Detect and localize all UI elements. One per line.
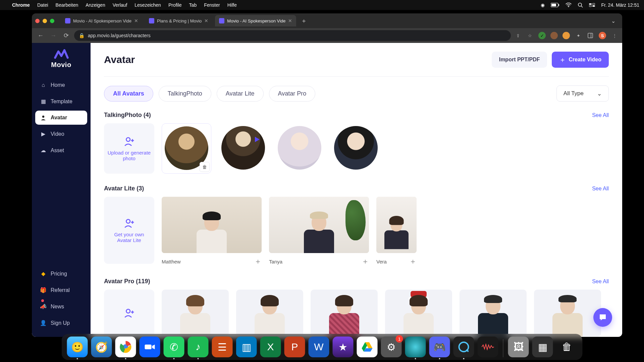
- dock-finder[interactable]: 🙂: [67, 337, 88, 357]
- browser-tab-1[interactable]: Movio - AI Spokesperson Vide ✕: [61, 15, 142, 26]
- dock-recent-2[interactable]: ▦: [532, 337, 553, 357]
- sidebar-item-referral[interactable]: 🎁 Referral: [35, 283, 87, 297]
- get-avatar-lite-card[interactable]: Get your own Avatar Lite: [104, 197, 154, 264]
- filter-pill-all-avatars[interactable]: All Avatars: [104, 86, 153, 102]
- tab-close-icon[interactable]: ✕: [134, 18, 138, 23]
- see-all-link[interactable]: See All: [592, 279, 609, 285]
- filter-pill-avatar-pro[interactable]: Avatar Pro: [269, 86, 316, 102]
- delete-button[interactable]: 🗑: [200, 162, 210, 172]
- add-button[interactable]: ＋: [254, 256, 262, 266]
- create-video-button[interactable]: ＋Create Video: [552, 52, 609, 68]
- dock-powerpoint[interactable]: P: [284, 337, 305, 357]
- dock-chrome[interactable]: [115, 337, 136, 357]
- mac-menu-view[interactable]: Anzeigen: [86, 2, 105, 8]
- mac-menu-tab[interactable]: Tab: [189, 2, 197, 8]
- add-button[interactable]: ＋: [409, 256, 417, 266]
- mac-menu-help[interactable]: Hilfe: [227, 2, 237, 8]
- avatar-pro-card[interactable]: [311, 290, 378, 337]
- dock-imovie[interactable]: ★: [333, 337, 354, 357]
- battery-icon[interactable]: [551, 3, 559, 7]
- control-center-icon[interactable]: [589, 3, 595, 7]
- avatar-pro-card[interactable]: [236, 290, 303, 337]
- sidebar-item-news[interactable]: 📣 News: [35, 299, 87, 314]
- mac-menu-bookmarks[interactable]: Lesezeichen: [135, 2, 161, 8]
- dock-app-generic-1[interactable]: [405, 337, 426, 357]
- reload-button[interactable]: ⟳: [61, 32, 71, 39]
- extension-2-icon[interactable]: [550, 32, 558, 39]
- chrome-menu-icon[interactable]: ⋮: [611, 32, 618, 39]
- sidebar-item-home[interactable]: ⌂ Home: [35, 78, 87, 92]
- search-icon[interactable]: [578, 2, 583, 8]
- dock-spotify[interactable]: ♪: [188, 337, 209, 357]
- dock-word[interactable]: W: [309, 337, 329, 357]
- dock-discord[interactable]: 🎮: [429, 337, 450, 357]
- see-all-link[interactable]: See All: [592, 186, 609, 192]
- back-button[interactable]: ←: [36, 32, 45, 39]
- import-ppt-button[interactable]: Import PPT/PDF: [492, 52, 547, 68]
- mac-clock[interactable]: Fr. 24. März 12:51: [601, 2, 639, 8]
- dock-quicktime[interactable]: [453, 337, 474, 357]
- add-button[interactable]: ＋: [362, 256, 369, 266]
- bookmark-star-icon[interactable]: ☆: [526, 32, 534, 39]
- share-icon[interactable]: ⇪: [514, 32, 522, 39]
- mac-menu-file[interactable]: Datei: [37, 2, 48, 8]
- avatar-pro-card[interactable]: [162, 290, 229, 337]
- window-minimize[interactable]: [43, 19, 47, 23]
- tab-overflow-button[interactable]: ⌄: [608, 16, 619, 26]
- new-tab-button[interactable]: ＋: [299, 16, 309, 26]
- talkingphoto-item-2[interactable]: [219, 123, 268, 174]
- sidebar-item-video[interactable]: ▶ Video: [35, 127, 87, 141]
- see-all-link[interactable]: See All: [592, 112, 609, 118]
- extensions-menu-icon[interactable]: ✦: [575, 32, 582, 39]
- mac-menu-profile[interactable]: Profile: [168, 2, 182, 8]
- profile-avatar[interactable]: S: [599, 32, 606, 39]
- tab-close-icon[interactable]: ✕: [288, 18, 292, 23]
- tab-close-icon[interactable]: ✕: [204, 18, 208, 23]
- filter-pill-talkingphoto[interactable]: TalkingPhoto: [159, 86, 211, 102]
- browser-tab-2[interactable]: Plans & Pricing | Movio ✕: [145, 15, 212, 26]
- extension-1-icon[interactable]: ✓: [538, 32, 546, 39]
- dock-safari[interactable]: 🧭: [91, 337, 112, 357]
- dock-trello[interactable]: ▥: [236, 337, 257, 357]
- dock-audio-app[interactable]: [478, 337, 498, 357]
- sidepanel-icon[interactable]: [587, 32, 594, 39]
- get-avatar-pro-card[interactable]: [104, 290, 154, 337]
- dock-todoist[interactable]: ☰: [212, 337, 233, 357]
- avatar-pro-card[interactable]: [460, 290, 527, 337]
- avatar-pro-card[interactable]: [534, 290, 601, 337]
- avatar-lite-card-matthew[interactable]: Matthew＋: [162, 197, 262, 266]
- dock-settings[interactable]: ⚙1: [381, 337, 402, 357]
- filter-pill-avatar-lite[interactable]: Avatar Lite: [217, 86, 264, 102]
- mac-menu-history[interactable]: Verlauf: [113, 2, 127, 8]
- extension-3-icon[interactable]: [562, 32, 570, 39]
- dock-whatsapp[interactable]: ✆: [164, 337, 184, 357]
- brand[interactable]: Movio: [35, 49, 87, 69]
- avatar-pro-card[interactable]: [385, 290, 452, 337]
- dock-drive[interactable]: [357, 337, 378, 357]
- address-bar[interactable]: 🔒 app.movio.la/guest/characters: [74, 30, 511, 41]
- screenrec-icon[interactable]: ◉: [541, 2, 545, 8]
- sidebar-item-template[interactable]: ▦ Template: [35, 94, 87, 109]
- dock-recent-1[interactable]: 🖼: [508, 337, 529, 357]
- window-zoom[interactable]: [50, 19, 54, 23]
- avatar-lite-card-vera[interactable]: Vera＋: [376, 197, 417, 266]
- dock-trash[interactable]: 🗑: [556, 337, 577, 357]
- window-close[interactable]: [35, 19, 40, 23]
- mac-menu-window[interactable]: Fenster: [204, 2, 220, 8]
- sidebar-item-signup[interactable]: 👤 Sign Up: [35, 316, 87, 330]
- wifi-icon[interactable]: [566, 3, 572, 7]
- mac-app-name[interactable]: Chrome: [12, 2, 30, 8]
- forward-button[interactable]: →: [49, 32, 58, 39]
- talkingphoto-item-3[interactable]: [275, 123, 324, 174]
- upload-photo-card[interactable]: Upload or generate photo: [104, 123, 154, 174]
- type-dropdown[interactable]: All Type ⌄: [556, 85, 609, 102]
- avatar-lite-card-tanya[interactable]: Tanya＋: [269, 197, 369, 266]
- dock-excel[interactable]: X: [260, 337, 281, 357]
- dock-zoom[interactable]: [140, 337, 160, 357]
- sidebar-item-asset[interactable]: ☁ Asset: [35, 143, 87, 158]
- talkingphoto-item-4[interactable]: [331, 123, 380, 174]
- talkingphoto-item-1[interactable]: 🗑: [162, 123, 211, 174]
- sidebar-item-avatar[interactable]: Avatar: [35, 111, 87, 125]
- intercom-chat-button[interactable]: [593, 308, 612, 327]
- browser-tab-3[interactable]: Movio - AI Spokesperson Vide ✕: [215, 15, 296, 26]
